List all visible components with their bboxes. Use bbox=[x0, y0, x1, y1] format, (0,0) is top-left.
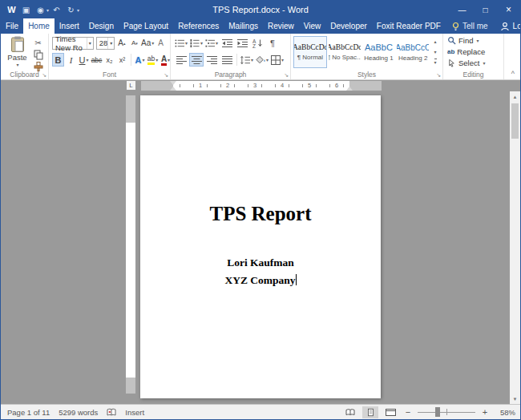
align-left-button[interactable] bbox=[174, 53, 188, 67]
paste-dropdown-icon[interactable]: ▾ bbox=[16, 62, 18, 67]
proofing-book-icon[interactable] bbox=[107, 408, 116, 417]
insert-mode-indicator[interactable]: Insert bbox=[125, 408, 144, 417]
paste-button[interactable]: Paste ▾ bbox=[5, 36, 30, 71]
tab-insert[interactable]: Insert bbox=[55, 18, 84, 34]
font-color-button[interactable]: A▾ bbox=[160, 53, 172, 67]
borders-button[interactable]: ▾ bbox=[270, 53, 285, 67]
word-count[interactable]: 5299 words bbox=[59, 408, 98, 417]
touch-mode-dropdown-icon[interactable]: ▾ bbox=[46, 7, 49, 13]
zoom-slider[interactable] bbox=[418, 406, 475, 418]
replace-button[interactable]: ab Replace bbox=[445, 46, 502, 57]
zoom-slider-thumb[interactable] bbox=[435, 407, 440, 417]
tab-view[interactable]: View bbox=[299, 18, 326, 34]
customize-qat-icon[interactable]: ▾ bbox=[77, 7, 79, 13]
increase-indent-button[interactable] bbox=[235, 36, 249, 50]
cut-icon[interactable]: ✂ bbox=[32, 38, 44, 47]
subscript-button[interactable]: x₂ bbox=[103, 53, 115, 67]
style-heading-2[interactable]: AaBbCcC Heading 2 bbox=[396, 36, 430, 68]
scrollbar-thumb[interactable] bbox=[511, 103, 519, 139]
document-title-text[interactable]: TPS Report bbox=[140, 203, 381, 225]
find-button[interactable]: Find ▾ bbox=[445, 34, 502, 46]
style-no-spacing[interactable]: AaBbCcDc ¶ No Spac... bbox=[328, 36, 361, 68]
italic-button[interactable]: I bbox=[65, 53, 77, 67]
bullets-button[interactable]: ▾ bbox=[174, 36, 188, 50]
tab-review[interactable]: Review bbox=[263, 18, 299, 34]
decrease-indent-button[interactable] bbox=[220, 36, 234, 50]
page-indicator[interactable]: Page 1 of 11 bbox=[7, 408, 50, 417]
align-center-button[interactable] bbox=[189, 53, 204, 67]
scrollbar-down-icon[interactable]: ▼ bbox=[510, 394, 520, 404]
clear-formatting-button[interactable]: A bbox=[155, 36, 167, 50]
left-indent-marker[interactable] bbox=[170, 87, 176, 91]
bold-button[interactable]: B bbox=[52, 53, 64, 67]
undo-icon[interactable]: ↶ bbox=[50, 2, 63, 17]
shading-button[interactable]: ▾ bbox=[255, 53, 269, 67]
tab-design[interactable]: Design bbox=[84, 18, 119, 34]
styles-dialog-launcher-icon[interactable]: ↘ bbox=[436, 72, 441, 78]
tab-file[interactable]: File bbox=[1, 18, 23, 34]
touch-mode-icon[interactable]: ◉ bbox=[34, 2, 47, 17]
document-company-line[interactable]: XYZ Company bbox=[224, 274, 295, 286]
tell-me-box[interactable]: Tell me bbox=[446, 18, 494, 34]
web-layout-button[interactable] bbox=[382, 406, 398, 418]
right-indent-marker[interactable] bbox=[346, 87, 353, 91]
underline-button[interactable]: U▾ bbox=[78, 53, 90, 67]
show-formatting-marks-button[interactable]: ¶ bbox=[265, 36, 280, 50]
redo-icon[interactable]: ↻ bbox=[64, 2, 78, 17]
numbering-button[interactable]: ▾ bbox=[189, 36, 204, 50]
signed-in-user[interactable]: Lori Kauf... bbox=[494, 18, 520, 34]
font-name-combobox[interactable]: Times New Ro ▾ bbox=[52, 37, 94, 50]
zoom-out-button[interactable]: − bbox=[402, 407, 414, 417]
grow-font-button[interactable]: A▴ bbox=[115, 36, 127, 50]
font-size-dropdown-icon[interactable]: ▾ bbox=[107, 38, 114, 49]
tab-home[interactable]: Home bbox=[23, 18, 55, 34]
scrollbar-up-icon[interactable]: ▲ bbox=[510, 91, 520, 102]
font-size-combobox[interactable]: 28 ▾ bbox=[96, 37, 115, 50]
sort-button[interactable]: A Z bbox=[250, 36, 265, 50]
tab-page-layout[interactable]: Page Layout bbox=[119, 18, 173, 34]
style-normal[interactable]: AaBbCcDc ¶ Normal bbox=[293, 36, 327, 68]
text-effects-button[interactable]: A▾ bbox=[134, 53, 146, 67]
zoom-in-button[interactable]: + bbox=[479, 407, 491, 417]
read-mode-button[interactable] bbox=[342, 406, 358, 418]
styles-more-icon[interactable]: ▾ bbox=[434, 59, 437, 66]
select-button[interactable]: Select ▾ bbox=[445, 57, 502, 68]
copy-icon[interactable] bbox=[32, 50, 44, 59]
font-dialog-launcher-icon[interactable]: ↘ bbox=[164, 72, 168, 78]
tab-selector-button[interactable]: L bbox=[126, 80, 136, 91]
zoom-percentage[interactable]: 58% bbox=[495, 408, 515, 417]
document-body-text[interactable]: Lori Kaufman XYZ Company bbox=[140, 254, 381, 289]
vertical-scrollbar[interactable]: ▲ ▼ bbox=[510, 91, 520, 404]
clipboard-dialog-launcher-icon[interactable]: ↘ bbox=[42, 72, 46, 78]
tab-developer[interactable]: Developer bbox=[325, 18, 372, 34]
superscript-button[interactable]: x² bbox=[116, 53, 128, 67]
font-name-dropdown-icon[interactable]: ▾ bbox=[87, 38, 93, 49]
text-effects-icon: A bbox=[135, 55, 142, 65]
tab-mailings[interactable]: Mailings bbox=[224, 18, 263, 34]
save-icon[interactable]: ▣ bbox=[19, 2, 33, 17]
paragraph-dialog-launcher-icon[interactable]: ↘ bbox=[284, 72, 289, 78]
tab-foxit-reader-pdf[interactable]: Foxit Reader PDF bbox=[372, 18, 446, 34]
print-layout-button[interactable] bbox=[362, 406, 378, 418]
close-button[interactable]: × bbox=[497, 1, 520, 18]
justify-button[interactable] bbox=[220, 53, 234, 67]
multilevel-list-button[interactable]: ▾ bbox=[204, 36, 219, 50]
style-heading-1[interactable]: AaBbC Heading 1 bbox=[362, 36, 396, 68]
tab-references[interactable]: References bbox=[173, 18, 224, 34]
ribbon-tab-bar: File Home Insert Design Page Layout Refe… bbox=[1, 18, 520, 34]
first-line-indent-marker[interactable] bbox=[170, 81, 176, 85]
highlight-button[interactable]: ab▾ bbox=[147, 53, 159, 67]
line-spacing-button[interactable]: ▾ bbox=[240, 53, 254, 67]
styles-scroll-down-icon[interactable]: ▾ bbox=[434, 49, 437, 55]
strikethrough-button[interactable]: abc bbox=[91, 53, 103, 67]
document-page[interactable]: TPS Report Lori Kaufman XYZ Company bbox=[140, 95, 381, 398]
styles-scroll-up-icon[interactable]: ▴ bbox=[434, 38, 437, 45]
maximize-button[interactable]: □ bbox=[474, 1, 497, 18]
document-author-line[interactable]: Lori Kaufman bbox=[227, 256, 294, 269]
change-case-button[interactable]: Aa▾ bbox=[141, 36, 154, 50]
align-right-button[interactable] bbox=[204, 53, 219, 67]
increase-indent-icon bbox=[237, 38, 248, 48]
minimize-button[interactable]: — bbox=[450, 1, 474, 18]
shrink-font-button[interactable]: A▾ bbox=[128, 36, 140, 50]
collapse-ribbon-icon[interactable]: ^ bbox=[511, 70, 515, 78]
